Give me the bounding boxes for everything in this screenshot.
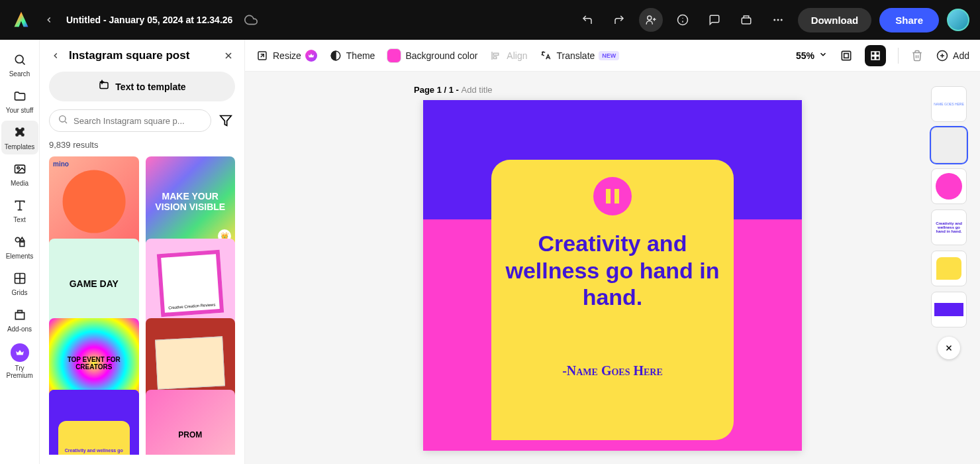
crown-icon — [11, 343, 29, 362]
nav-text[interactable]: Text — [1, 194, 38, 227]
search-icon — [58, 114, 68, 127]
svg-point-10 — [17, 167, 19, 169]
search-icon — [12, 52, 28, 68]
panel-title: Instagram square post — [69, 49, 215, 62]
layers-close-button[interactable] — [938, 337, 960, 359]
align-label: Align — [507, 50, 527, 61]
svg-rect-14 — [20, 242, 24, 247]
cloud-sync-icon[interactable] — [244, 13, 258, 27]
template-thumbnail[interactable]: GAME DAY — [49, 239, 139, 329]
svg-point-22 — [60, 116, 66, 122]
media-icon — [12, 161, 28, 177]
document-title[interactable]: Untitled - January 05, 2024 at 12.34.26 — [66, 15, 232, 25]
layer-thumb-rect[interactable] — [931, 292, 967, 327]
add-label: Add — [953, 50, 969, 61]
template-thumbnail[interactable]: PROM — [146, 390, 236, 455]
bg-color-label: Background color — [405, 50, 477, 61]
layer-thumb-circle[interactable] — [931, 168, 967, 204]
elements-icon — [12, 234, 28, 250]
canvas-scroll[interactable]: Page 1 / 1 - Add title Creativity and we… — [245, 72, 980, 464]
help-icon[interactable] — [671, 8, 695, 32]
theme-tool[interactable]: Theme — [329, 49, 375, 62]
svg-point-7 — [15, 55, 23, 63]
download-button[interactable]: Download — [798, 8, 872, 32]
nav-grids-label: Grids — [12, 289, 28, 296]
comment-icon[interactable] — [703, 8, 726, 32]
more-icon[interactable] — [766, 8, 790, 32]
template-search-box[interactable] — [49, 109, 211, 132]
align-icon — [489, 49, 503, 62]
nav-elements[interactable]: Elements — [1, 230, 38, 264]
canvas-page[interactable]: Creativity and wellness go hand in hand.… — [423, 100, 802, 451]
svg-rect-32 — [871, 52, 875, 55]
top-bar: Untitled - January 05, 2024 at 12.34.26 … — [0, 0, 980, 40]
nav-try-premium-label: Try Premium — [1, 365, 38, 379]
canvas-quote-text[interactable]: Creativity and wellness go hand in hand. — [499, 230, 726, 311]
canvas-author-text[interactable]: -Name Goes Here — [499, 363, 726, 378]
filter-button[interactable] — [217, 111, 235, 130]
page-label: Page 1 / 1 - Add title — [414, 85, 493, 95]
present-icon[interactable] — [734, 8, 758, 32]
sparkle-icon — [98, 80, 110, 93]
nav-templates-label: Templates — [5, 143, 35, 150]
template-search-input[interactable] — [74, 116, 203, 126]
premium-icon — [305, 50, 317, 62]
page-number: Page 1 / 1 - — [414, 85, 462, 95]
nav-try-premium[interactable]: Try Premium — [1, 339, 38, 383]
share-button[interactable]: Share — [879, 8, 939, 32]
nav-search[interactable]: Search — [1, 48, 38, 82]
undo-button[interactable] — [575, 8, 599, 32]
left-nav-rail: Search Your stuff Templates Media Text E… — [0, 40, 40, 464]
translate-tool[interactable]: Translate NEW — [539, 49, 619, 62]
align-tool: Align — [489, 49, 527, 62]
svg-marker-15 — [20, 237, 24, 241]
grids-icon — [12, 270, 28, 286]
template-thumbnail[interactable]: MAKE YOUR VISION VISIBLE👑 — [146, 156, 236, 247]
color-swatch-icon — [387, 48, 401, 63]
nav-grids[interactable]: Grids — [1, 266, 38, 300]
layers-button[interactable] — [865, 45, 886, 66]
template-thumbnail[interactable]: mino — [49, 156, 139, 247]
add-title-placeholder[interactable]: Add title — [462, 85, 493, 95]
app-logo[interactable] — [11, 9, 32, 30]
add-page-button[interactable]: Add — [936, 49, 969, 62]
redo-button[interactable] — [607, 8, 631, 32]
bg-color-tool[interactable]: Background color — [387, 48, 477, 63]
nav-search-label: Search — [9, 70, 30, 78]
layer-thumb-quote-icon[interactable] — [931, 127, 967, 163]
svg-marker-24 — [220, 116, 232, 126]
canvas-toolbar: Resize Theme Background color Align Tran… — [245, 40, 980, 72]
delete-button[interactable] — [910, 49, 924, 62]
canvas-quote-icon[interactable] — [593, 177, 632, 215]
zoom-control[interactable]: 55% — [796, 50, 828, 61]
view-mode-button[interactable] — [840, 49, 853, 62]
svg-rect-31 — [844, 53, 849, 58]
folder-icon — [12, 88, 28, 104]
resize-tool[interactable]: Resize — [256, 49, 317, 62]
panel-back-button[interactable] — [49, 49, 62, 62]
nav-your-stuff[interactable]: Your stuff — [1, 84, 38, 118]
add-collaborator-button[interactable] — [639, 8, 663, 32]
nav-addons[interactable]: Add-ons — [1, 303, 38, 337]
plus-circle-icon — [936, 49, 949, 62]
nav-addons-label: Add-ons — [7, 325, 32, 333]
back-button[interactable] — [40, 11, 58, 29]
template-thumbnail[interactable]: Creative Creation Reviews — [146, 239, 236, 329]
new-badge: NEW — [599, 51, 619, 60]
results-count: 9,839 results — [49, 140, 235, 150]
text-icon — [12, 198, 28, 213]
nav-templates[interactable]: Templates — [1, 121, 38, 154]
svg-rect-28 — [494, 53, 499, 55]
resize-label: Resize — [273, 50, 301, 61]
nav-media-label: Media — [11, 180, 28, 187]
nav-elements-label: Elements — [6, 253, 34, 260]
template-thumbnail[interactable]: Creativity and wellness go — [49, 390, 139, 455]
svg-rect-35 — [876, 56, 879, 59]
nav-media[interactable]: Media — [1, 157, 38, 191]
layer-thumb-quote-text[interactable]: Creativity and wellness go hand in hand. — [931, 209, 967, 245]
layer-thumb-bubble[interactable] — [931, 251, 967, 286]
layer-thumb-author[interactable]: NAME GOES HERE — [931, 86, 967, 122]
panel-close-button[interactable] — [222, 49, 235, 62]
text-to-template-button[interactable]: Text to template — [49, 72, 235, 101]
user-avatar[interactable] — [947, 9, 969, 31]
